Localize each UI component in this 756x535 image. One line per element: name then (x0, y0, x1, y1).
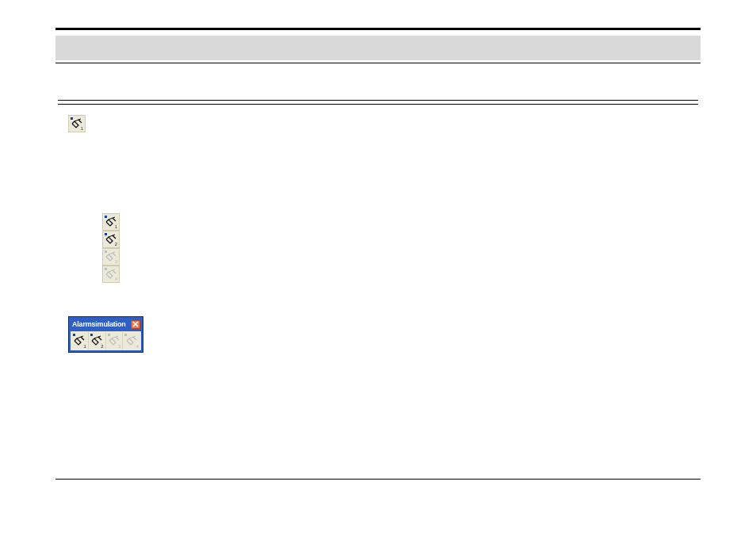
svg-line-6 (113, 253, 116, 256)
button-number: 1 (83, 344, 86, 349)
toolbar-title: Alarmsimulation (72, 320, 126, 328)
alarm-dot-icon (105, 233, 107, 235)
button-number: 2 (101, 344, 103, 349)
toolbar-body: 1 2 3 (71, 331, 141, 350)
alarm-dot-icon (124, 334, 127, 336)
alarm-dot-icon (73, 334, 75, 336)
svg-line-18 (133, 337, 136, 340)
button-number: 3 (115, 259, 117, 264)
close-icon (132, 321, 139, 327)
button-number: 1 (81, 126, 83, 131)
alarm-sim-button-2[interactable]: 2 (102, 231, 120, 248)
alarm-sim-button-3: 3 (106, 332, 124, 350)
header-banner (55, 36, 701, 60)
svg-line-12 (81, 337, 84, 340)
button-number: 4 (115, 277, 117, 281)
svg-line-2 (113, 218, 116, 221)
alarm-dot-icon (105, 216, 107, 218)
alarm-sim-button-3: 3 (102, 248, 120, 266)
button-number: 2 (115, 242, 117, 246)
button-number: 3 (118, 344, 120, 349)
svg-line-8 (113, 270, 116, 273)
alarm-sim-button-4: 4 (123, 332, 140, 350)
standalone-alarm-button-wrapper: 1 (68, 115, 86, 134)
svg-line-4 (113, 235, 116, 239)
alarm-dot-icon (105, 250, 107, 253)
footer-rule (55, 479, 701, 480)
svg-line-0 (78, 120, 82, 123)
svg-line-16 (116, 337, 119, 340)
alarm-sim-button-2[interactable]: 2 (89, 332, 106, 350)
alarm-sim-button-1[interactable]: 1 (102, 213, 120, 231)
alarm-dot-icon (90, 334, 93, 336)
alarm-sim-button-4: 4 (102, 266, 120, 283)
section-double-rule (58, 100, 698, 105)
svg-line-14 (98, 337, 101, 340)
button-number: 1 (115, 224, 117, 229)
top-rule (55, 28, 701, 30)
alarm-dot-icon (108, 334, 110, 336)
button-number: 4 (136, 344, 139, 349)
vertical-button-stack: 1 2 3 4 (102, 213, 120, 283)
alarm-simulation-toolbar[interactable]: Alarmsimulation 1 (68, 316, 143, 353)
page: 1 1 2 (0, 0, 756, 535)
alarm-sim-button-1[interactable]: 1 (68, 115, 86, 132)
alarm-sim-button-1[interactable]: 1 (71, 332, 89, 350)
toolbar-titlebar[interactable]: Alarmsimulation (71, 319, 141, 331)
close-button[interactable] (131, 320, 140, 329)
banner-bottom-rule (55, 63, 701, 63)
alarm-dot-icon (105, 268, 107, 270)
alarm-dot-icon (71, 117, 73, 120)
